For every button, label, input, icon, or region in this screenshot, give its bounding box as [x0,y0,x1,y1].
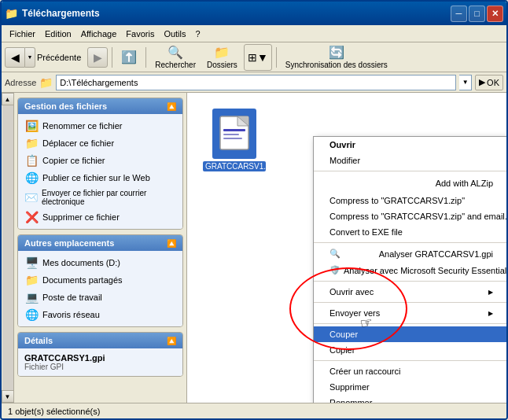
sidebar-item-deplacer[interactable]: 📁 Déplacer ce fichier [20,134,181,152]
favoris-reseau-icon: 🌐 [24,308,39,321]
status-text: 1 objet(s) sélectionné(s) [8,407,100,416]
window-title: Téléchargements [22,8,451,19]
section-header-emplacements[interactable]: Autres emplacements 🔼 [18,235,182,251]
sync-button[interactable]: 🔄 Synchronisation des dossiers [281,44,392,71]
section-collapse-gestion[interactable]: 🔼 [167,102,176,111]
address-input[interactable]: D:\Téléchargements [56,75,456,90]
ctx-item-analyser-gpi[interactable]: 🔍Analyser GRATCCARSV1.gpi [314,245,506,262]
ctx-item-supprimer[interactable]: Supprimer [314,379,506,395]
section-body-emplacements: 🖥️ Mes documents (D:) 📁 Documents partag… [18,251,182,326]
sidebar: Gestion des fichiers 🔼 🖼️ Renommer ce fi… [14,93,187,403]
file-label: GRATCCARSV1.4... [203,161,266,171]
folders-icon: 📁 [214,45,230,60]
section-header-gestion[interactable]: Gestion des fichiers 🔼 [18,98,182,114]
sidebar-item-poste-travail[interactable]: 💻 Poste de travail [20,289,181,306]
ctx-item-compress-zip-email[interactable]: Compress to "GRATCCARSV1.zip" and email.… [314,208,506,224]
sidebar-section-gestion: Gestion des fichiers 🔼 🖼️ Renommer ce fi… [17,98,183,230]
ctx-item-envoyer-vers[interactable]: Envoyer vers ▶ [314,305,506,321]
favoris-reseau-label: Favoris réseau [42,310,100,319]
ctx-item-raccourci[interactable]: Créer un raccourci [314,363,506,379]
ctx-separator-alzip [314,171,506,171]
address-go-button[interactable]: ▶ OK [475,75,503,90]
window: 📁 Téléchargements ─ □ ✕ Fichier Edition … [0,0,508,420]
ctx-item-compress-zip[interactable]: Compress to "GRATCCARSV1.zip" [314,193,506,208]
section-collapse-details[interactable]: 🔼 [167,337,176,345]
svg-rect-5 [223,138,242,139]
menu-affichage[interactable]: Affichage [76,28,122,40]
svg-rect-4 [223,134,239,135]
ctx-item-copier[interactable]: Copier [314,342,506,358]
section-header-details[interactable]: Détails 🔼 [18,333,182,348]
sidebar-item-publier[interactable]: 🌐 Publier ce fichier sur le Web [20,169,181,186]
sidebar-section-details: Détails 🔼 GRATCCARSY1.gpi Fichier GPI [17,332,183,377]
sidebar-item-supprimer[interactable]: ❌ Supprimer ce fichier [20,208,181,226]
mes-docs-icon: 🖥️ [24,256,39,269]
menu-outils[interactable]: Outils [159,28,190,40]
ctx-item-ouvrir-avec[interactable]: Ouvrir avec ▶ [314,284,506,300]
menu-edition[interactable]: Edition [40,28,76,40]
folders-button[interactable]: 📁 Dossiers [202,44,242,71]
section-title-gestion: Gestion des fichiers [24,101,107,111]
deplacer-label: Déplacer ce fichier [42,138,114,148]
sidebar-item-copier[interactable]: 📋 Copier ce fichier [20,152,181,169]
scroll-track[interactable] [2,105,13,390]
sidebar-item-mes-docs[interactable]: 🖥️ Mes documents (D:) [20,254,181,271]
content-area[interactable]: GRATCCARSV1.4... Ouvrir Modifier Add wit… [187,93,506,403]
status-bar: 1 objet(s) sélectionné(s) [2,403,506,418]
ctx-item-renommer[interactable]: Renommer [314,395,506,403]
minimize-button[interactable]: ─ [451,6,467,22]
details-filetype: Fichier GPI [24,363,176,371]
copier-icon: 📋 [24,154,39,167]
ctx-item-modifier[interactable]: Modifier [314,153,506,168]
go-arrow-icon: ▶ [479,77,485,87]
sidebar-item-docs-partages[interactable]: 📁 Documents partagés [20,271,181,289]
poste-travail-label: Poste de travail [42,293,102,302]
sidebar-item-favoris-reseau[interactable]: 🌐 Favoris réseau [20,306,181,323]
section-body-details: GRATCCARSY1.gpi Fichier GPI [18,348,182,376]
poste-travail-icon: 💻 [24,291,39,304]
renommer-label: Renommer ce fichier [42,121,122,131]
sidebar-item-renommer[interactable]: 🖼️ Renommer ce fichier [20,117,181,134]
sidebar-section-emplacements: Autres emplacements 🔼 🖥️ Mes documents (… [17,234,183,327]
ctx-item-convert-exe[interactable]: Convert to EXE file [314,224,506,240]
toolbar-separator-1 [112,47,112,68]
ctx-separator-couper [314,323,506,324]
menu-bar: Fichier Edition Affichage Favoris Outils… [2,25,506,42]
menu-help[interactable]: ? [191,28,205,40]
search-button[interactable]: 🔍 Rechercher [150,44,201,71]
ctx-item-add-alzip[interactable]: Add with ALZip [314,174,506,193]
back-button[interactable]: ◀ [5,47,25,68]
menu-favoris[interactable]: Favoris [121,28,159,40]
go-label: OK [487,78,499,87]
publier-label: Publier ce fichier sur le Web [42,173,150,182]
title-bar: 📁 Téléchargements ─ □ ✕ [2,2,506,25]
views-button[interactable]: ⊞▼ [244,44,272,71]
views-icon: ⊞▼ [248,51,268,64]
menu-fichier[interactable]: Fichier [5,28,40,40]
back-label: Précédente [37,53,81,62]
envoyer-mail-icon: ✉️ [24,191,38,204]
address-bar: Adresse 📁 D:\Téléchargements ▼ ▶ OK [2,72,506,93]
forward-button[interactable]: ▶ [87,47,108,68]
back-dropdown-button[interactable]: ▼ [25,47,35,68]
docs-partages-label: Documents partagés [42,275,123,285]
ctx-item-couper[interactable]: Couper [314,326,506,342]
maximize-button[interactable]: □ [469,6,485,22]
file-icon-svg [219,115,250,151]
ms-icon: 🛡️ [329,265,341,275]
ctx-item-analyser-ms[interactable]: 🛡️Analyser avec Microsoft Security Essen… [314,262,506,278]
section-title-details: Détails [24,336,53,345]
file-item[interactable]: GRATCCARSV1.4... [203,109,266,171]
main-area: ▲ ▼ Gestion des fichiers 🔼 🖼️ Renommer c… [2,93,506,403]
sidebar-item-envoyer-mail[interactable]: ✉️ Envoyer ce fichier par courrier élect… [20,186,181,208]
publier-icon: 🌐 [24,171,39,184]
section-collapse-emplacements[interactable]: 🔼 [167,239,176,248]
ouvrir-avec-arrow: ▶ [488,289,493,296]
up-button[interactable]: ⬆️ [116,44,142,71]
scroll-down-arrow[interactable]: ▼ [2,390,14,403]
ctx-item-ouvrir[interactable]: Ouvrir [314,137,506,153]
close-button[interactable]: ✕ [487,6,503,22]
scroll-up-arrow[interactable]: ▲ [2,93,14,105]
address-dropdown[interactable]: ▼ [459,75,472,90]
docs-partages-icon: 📁 [24,274,39,286]
